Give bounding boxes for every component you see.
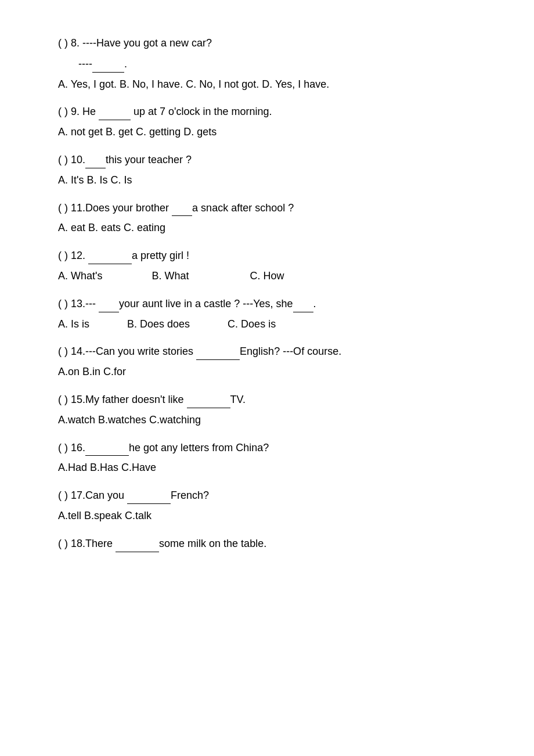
q8-line2: ---- . xyxy=(78,55,488,73)
q14-line: ( ) 14.---Can you write stories English?… xyxy=(58,343,488,360)
question-14: ( ) 14.---Can you write stories English?… xyxy=(46,343,488,380)
q8-paren: ( ) xyxy=(58,37,68,49)
q17-text1: 17.Can you xyxy=(71,489,127,501)
q13-blank2 xyxy=(293,295,313,312)
q9-answer-c: C. getting xyxy=(136,126,183,138)
q12-line: ( ) 12. a pretty girl ! xyxy=(58,247,488,264)
q15-paren: ( ) xyxy=(58,394,68,405)
q16-answer-a: A.Had xyxy=(58,462,90,473)
q12-paren: ( ) xyxy=(58,250,68,261)
q17-answer-c: C.talk xyxy=(125,510,151,521)
q12-text: a pretty girl ! xyxy=(132,250,189,261)
q12-blank xyxy=(88,247,132,264)
q14-answer-c: C.for xyxy=(103,366,126,377)
q13-line: ( ) 13.--- your aunt live in a castle ? … xyxy=(58,295,488,312)
q10-answers: A. It's B. Is C. Is xyxy=(58,172,488,189)
q10-answer-a: A. It's xyxy=(58,174,86,186)
q9-line: ( ) 9. He up at 7 o'clock in the morning… xyxy=(58,103,488,120)
q8-dash: ---- xyxy=(78,58,92,70)
q9-answer-a: A. not get xyxy=(58,126,106,138)
q17-blank xyxy=(127,487,171,504)
q8-answers: A. Yes, I got. B. No, I have. C. No, I n… xyxy=(58,76,488,93)
q14-answer-b: B.in xyxy=(82,366,103,377)
q17-text2: French? xyxy=(171,489,209,501)
q14-text2: English? ---Of course. xyxy=(240,345,341,357)
q13-answers: A. Is is B. Does does C. Does is xyxy=(58,316,488,333)
q18-text2: some milk on the table. xyxy=(159,538,266,549)
q14-answer-a: A.on xyxy=(58,366,82,377)
q10-answer-b: B. Is xyxy=(86,174,110,186)
q11-paren: ( ) xyxy=(58,202,68,214)
q16-number: 16. xyxy=(71,442,85,453)
q8-blank xyxy=(92,55,124,73)
q13-answer-c: C. Does is xyxy=(228,318,276,330)
q15-blank xyxy=(187,391,230,408)
q16-answer-c: C.Have xyxy=(121,462,156,473)
q10-line: ( ) 10. this your teacher ? xyxy=(58,151,488,168)
q8-line: ( ) 8. ----Have you got a new car? xyxy=(58,35,488,52)
question-18: ( ) 18.There some milk on the table. xyxy=(46,535,488,552)
q12-answer-c: C. How xyxy=(250,270,284,282)
q8-answer-c: C. No, I not got. xyxy=(186,78,262,90)
q16-line: ( ) 16. he got any letters from China? xyxy=(58,439,488,456)
question-17: ( ) 17.Can you French? A.tell B.speak C.… xyxy=(46,487,488,524)
question-13: ( ) 13.--- your aunt live in a castle ? … xyxy=(46,295,488,333)
q12-answers: A. What's B. What C. How xyxy=(58,268,488,285)
q15-answer-a: A.watch xyxy=(58,414,98,426)
question-15: ( ) 15.My father doesn't like TV. A.watc… xyxy=(46,391,488,429)
q11-text2: a snack after school ? xyxy=(192,202,294,214)
q13-text2: your aunt live in a castle ? ---Yes, she xyxy=(119,298,293,309)
q9-answer-d: D. gets xyxy=(183,126,217,138)
q13-text1: 13.--- xyxy=(71,298,99,309)
q14-answers: A.on B.in C.for xyxy=(58,363,488,380)
q15-line: ( ) 15.My father doesn't like TV. xyxy=(58,391,488,408)
q9-answers: A. not get B. get C. getting D. gets xyxy=(58,124,488,141)
q9-paren: ( ) xyxy=(58,106,68,117)
question-10: ( ) 10. this your teacher ? A. It's B. I… xyxy=(46,151,488,189)
q15-answer-c: C.watching xyxy=(149,414,201,426)
q11-line: ( ) 11.Does your brother a snack after s… xyxy=(58,199,488,217)
q18-line: ( ) 18.There some milk on the table. xyxy=(58,535,488,552)
q9-blank xyxy=(99,103,131,120)
q10-paren: ( ) xyxy=(58,154,68,165)
question-9: ( ) 9. He up at 7 o'clock in the morning… xyxy=(46,103,488,141)
q12-number: 12. xyxy=(71,250,88,261)
q13-blank1 xyxy=(99,295,119,312)
q11-blank xyxy=(172,199,192,217)
q8-answer-b: B. No, I have. xyxy=(120,78,186,90)
q17-paren: ( ) xyxy=(58,489,68,501)
q10-number: 10. xyxy=(71,154,85,165)
q13-paren: ( ) xyxy=(58,298,68,309)
q15-answers: A.watch B.watches C.watching xyxy=(58,412,488,429)
question-16: ( ) 16. he got any letters from China? A… xyxy=(46,439,488,477)
q16-paren: ( ) xyxy=(58,442,68,453)
q8-period: . xyxy=(124,58,127,70)
q14-blank xyxy=(196,343,240,360)
question-12: ( ) 12. a pretty girl ! A. What's B. Wha… xyxy=(46,247,488,285)
q15-text1: 15.My father doesn't like xyxy=(71,394,187,405)
q10-answer-c: C. Is xyxy=(110,174,132,186)
q11-answer-c: C. eating xyxy=(124,222,165,233)
q13-answer-b: B. Does does xyxy=(127,318,190,330)
q11-text1: 11.Does your brother xyxy=(71,202,172,214)
q15-answer-b: B.watches xyxy=(98,414,149,426)
q18-blank xyxy=(116,535,159,552)
q10-text: this your teacher ? xyxy=(106,154,192,165)
q15-text2: TV. xyxy=(230,394,246,405)
q17-line: ( ) 17.Can you French? xyxy=(58,487,488,504)
q14-paren: ( ) xyxy=(58,345,68,357)
q10-blank xyxy=(85,151,106,168)
q8-answer-a: A. Yes, I got. xyxy=(58,78,120,90)
q9-answer-b: B. get xyxy=(106,126,136,138)
q8-answer-d: D. Yes, I have. xyxy=(262,78,329,90)
q13-period: . xyxy=(313,298,316,309)
question-8: ( ) 8. ----Have you got a new car? ---- … xyxy=(46,35,488,92)
q18-text1: 18.There xyxy=(71,538,116,549)
q14-text1: 14.---Can you write stories xyxy=(71,345,196,357)
q12-answer-b: B. What xyxy=(151,270,189,282)
q11-answer-a: A. eat xyxy=(58,222,88,233)
q13-answer-a: A. Is is xyxy=(58,318,89,330)
q16-answer-b: B.Has xyxy=(90,462,121,473)
q17-answer-b: B.speak xyxy=(84,510,125,521)
q16-answers: A.Had B.Has C.Have xyxy=(58,459,488,476)
